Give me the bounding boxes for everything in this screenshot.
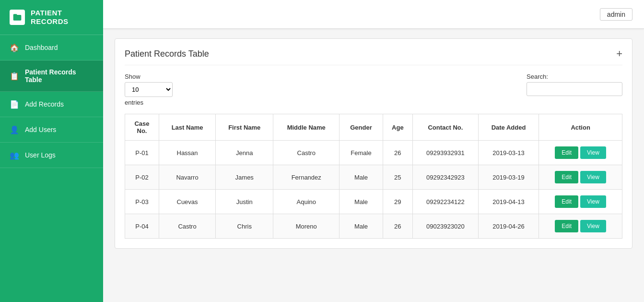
col-contact: Contact No. <box>412 114 478 141</box>
table-cell: 2019-04-13 <box>478 190 539 214</box>
table-cell: Justin <box>216 190 273 214</box>
table-cell: 26 <box>383 141 412 165</box>
add-record-button[interactable]: + <box>616 48 622 59</box>
table-row: P-03CuevasJustinAquinoMale29092922341222… <box>125 190 622 214</box>
sidebar-item-label: Add Records <box>25 100 64 108</box>
app-title: PATIENT RECORDS <box>31 9 69 26</box>
edit-button[interactable]: Edit <box>555 220 578 232</box>
table-cell: 2019-04-26 <box>478 214 539 239</box>
table-cell: Jenna <box>216 141 273 165</box>
table-body: P-01HassanJennaCastroFemale2609293932931… <box>125 141 622 239</box>
sidebar-item-label: User Logs <box>25 151 56 159</box>
view-button[interactable]: View <box>580 220 606 232</box>
table-header: CaseNo. Last Name First Name Middle Name… <box>125 114 622 141</box>
action-cell: EditView <box>539 214 622 239</box>
table-cell: 09292342923 <box>412 165 478 190</box>
table-cell: Castro <box>273 141 340 165</box>
action-cell: EditView <box>539 165 622 190</box>
entries-label: entries <box>125 99 173 106</box>
col-gender: Gender <box>340 114 383 141</box>
admin-button[interactable]: admin <box>600 8 632 21</box>
show-label: Show <box>125 73 173 80</box>
table-cell: P-03 <box>125 190 159 214</box>
table-icon: 📋 <box>10 71 19 81</box>
edit-button[interactable]: Edit <box>555 146 578 159</box>
edit-button[interactable]: Edit <box>555 195 578 208</box>
table-row: P-04CastroChrisMorenoMale260902392302020… <box>125 214 622 239</box>
records-table: CaseNo. Last Name First Name Middle Name… <box>125 114 622 239</box>
col-first-name: First Name <box>216 114 273 141</box>
view-button[interactable]: View <box>580 171 606 183</box>
col-case-no: CaseNo. <box>125 114 159 141</box>
sidebar-item-add-users[interactable]: 👤 Add Users <box>0 117 103 143</box>
sidebar: PATIENT RECORDS 🏠 Dashboard 📋 Patient Re… <box>0 0 103 302</box>
action-cell: EditView <box>539 141 622 165</box>
table-cell: Moreno <box>273 214 340 239</box>
card-header: Patient Records Table + <box>125 48 622 65</box>
action-cell: EditView <box>539 190 622 214</box>
main-content: admin Patient Records Table + Show 10 25… <box>103 0 644 302</box>
col-action: Action <box>539 114 622 141</box>
topbar: admin <box>103 0 644 29</box>
col-last-name: Last Name <box>159 114 215 141</box>
table-cell: Castro <box>159 214 215 239</box>
search-label: Search: <box>527 73 622 80</box>
table-cell: Navarro <box>159 165 215 190</box>
table-cell: Male <box>340 165 383 190</box>
table-cell: 2019-03-19 <box>478 165 539 190</box>
table-cell: 25 <box>383 165 412 190</box>
records-card: Patient Records Table + Show 10 25 50 10… <box>115 38 632 249</box>
table-controls: Show 10 25 50 100 entries Search: <box>125 73 622 106</box>
table-cell: Chris <box>216 214 273 239</box>
table-cell: P-02 <box>125 165 159 190</box>
table-cell: Hassan <box>159 141 215 165</box>
view-button[interactable]: View <box>580 195 606 208</box>
view-button[interactable]: View <box>580 146 606 159</box>
edit-button[interactable]: Edit <box>555 171 578 183</box>
sidebar-item-add-records[interactable]: 📄 Add Records <box>0 92 103 117</box>
search-input[interactable] <box>527 82 622 96</box>
folder-icon <box>10 10 25 25</box>
add-records-icon: 📄 <box>10 99 19 109</box>
sidebar-item-dashboard[interactable]: 🏠 Dashboard <box>0 35 103 60</box>
sidebar-item-user-logs[interactable]: 👥 User Logs <box>0 143 103 168</box>
table-cell: 29 <box>383 190 412 214</box>
table-cell: Fernandez <box>273 165 340 190</box>
table-cell: 09293932931 <box>412 141 478 165</box>
col-middle-name: Middle Name <box>273 114 340 141</box>
table-cell: Female <box>340 141 383 165</box>
content-area: Patient Records Table + Show 10 25 50 10… <box>103 29 644 302</box>
table-row: P-02NavarroJamesFernandezMale25092923429… <box>125 165 622 190</box>
show-section: Show 10 25 50 100 entries <box>125 73 173 106</box>
table-cell: P-01 <box>125 141 159 165</box>
search-section: Search: <box>527 73 622 96</box>
table-cell: 09023923020 <box>412 214 478 239</box>
table-cell: 2019-03-13 <box>478 141 539 165</box>
table-cell: 09292234122 <box>412 190 478 214</box>
table-cell: Cuevas <box>159 190 215 214</box>
table-cell: P-04 <box>125 214 159 239</box>
col-age: Age <box>383 114 412 141</box>
sidebar-item-label: Add Users <box>25 126 56 133</box>
table-row: P-01HassanJennaCastroFemale2609293932931… <box>125 141 622 165</box>
table-cell: Male <box>340 190 383 214</box>
sidebar-item-patient-records-table[interactable]: 📋 Patient Records Table <box>0 60 103 92</box>
sidebar-item-label: Patient Records Table <box>25 68 94 84</box>
table-cell: Aquino <box>273 190 340 214</box>
show-entries-select[interactable]: 10 25 50 100 <box>125 82 173 97</box>
table-cell: James <box>216 165 273 190</box>
user-logs-icon: 👥 <box>10 150 19 160</box>
add-users-icon: 👤 <box>10 125 19 134</box>
table-header-row: CaseNo. Last Name First Name Middle Name… <box>125 114 622 141</box>
dashboard-icon: 🏠 <box>10 43 19 52</box>
table-cell: Male <box>340 214 383 239</box>
sidebar-header: PATIENT RECORDS <box>0 0 103 35</box>
table-cell: 26 <box>383 214 412 239</box>
col-date-added: Date Added <box>478 114 539 141</box>
card-title: Patient Records Table <box>125 49 209 59</box>
sidebar-item-label: Dashboard <box>25 44 58 51</box>
